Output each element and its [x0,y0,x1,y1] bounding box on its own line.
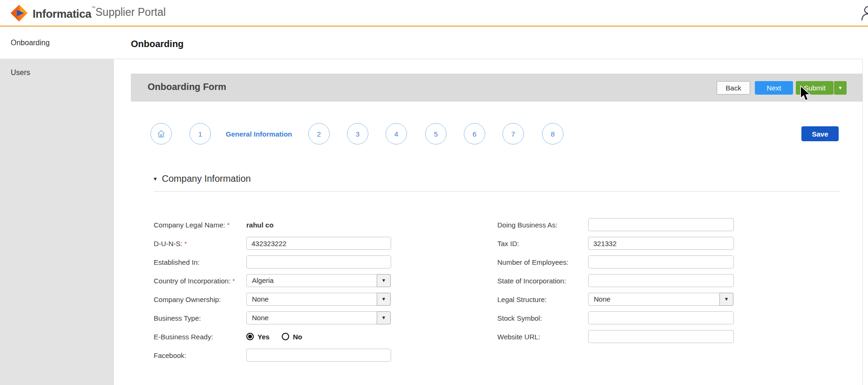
sidebar-item-onboarding[interactable]: Onboarding [0,27,114,59]
dropdown-value[interactable]: None [246,311,377,324]
field-label: Doing Business As: [497,221,588,229]
chevron-down-icon: ▼ [381,297,386,302]
brand-name: Informatica™ [33,6,95,21]
business-type-dropdown: None ▼ [246,311,391,324]
user-account-icon[interactable] [861,5,868,21]
established-in-input[interactable] [246,255,391,268]
field-established-in: Established In: [154,255,392,268]
radio-yes[interactable] [246,333,254,340]
dropdown-value[interactable]: None [588,293,720,306]
dropdown-value[interactable]: None [246,293,377,306]
field-company-legal-name: Company Legal Name:* rahul co [154,218,392,231]
main-content: Onboarding Onboarding Form Back Next Sub… [114,27,868,385]
wizard-step-5[interactable]: 5 [425,123,447,144]
field-label: Facebook: [154,351,246,359]
chevron-down-icon: ▼ [724,297,729,302]
field-label: Stock Symbol: [497,314,588,322]
save-button[interactable]: Save [801,126,839,141]
field-legal-structure: Legal Structure: None ▼ [497,293,734,306]
radio-selected-dot [248,335,252,338]
field-label: Legal Structure: [497,296,588,303]
field-label: Business Type: [154,314,246,322]
field-label: D-U-N-S:* [154,240,246,248]
wizard-home-step[interactable] [150,123,172,144]
informatica-logo-icon [10,4,28,22]
radio-no-label: No [293,333,302,341]
sidebar-item-users[interactable]: Users [0,59,114,87]
duns-input[interactable] [246,237,391,250]
sidebar-item-label: Onboarding [11,39,50,47]
required-asterisk: * [232,277,235,285]
title-divider [114,59,862,59]
field-label: State of Incorporation: [497,277,588,285]
field-label: E-Business Ready: [154,333,246,341]
field-label: Established In: [154,258,246,266]
sidebar-item-label: Users [11,69,30,77]
home-icon [156,129,166,138]
doing-business-as-input[interactable] [588,218,734,231]
radio-yes-label: Yes [258,333,270,341]
field-number-of-employees: Number of Employees: [497,255,734,268]
wizard-step-6[interactable]: 6 [464,123,485,144]
form-column-left: Company Legal Name:* rahul co D-U-N-S:* … [154,218,392,367]
country-of-incorporation-dropdown: Algeria ▼ [246,274,391,287]
field-company-ownership: Company Ownership: None ▼ [154,293,392,306]
section-divider [154,191,840,192]
field-doing-business-as: Doing Business As: [497,218,734,231]
chevron-down-icon: ▼ [381,278,386,283]
field-website-url: Website URL: [497,330,734,343]
field-label: Number of Employees: [497,258,588,266]
dropdown-value[interactable]: Algeria [246,274,377,287]
field-label: Website URL: [497,333,588,341]
field-label: Company Ownership: [154,296,246,303]
wizard-step-8[interactable]: 8 [542,123,563,144]
page-title: Onboarding [131,39,183,49]
dropdown-arrow-button[interactable]: ▼ [377,311,391,324]
tax-id-input[interactable] [588,237,734,250]
field-label: Company Legal Name:* [154,221,246,229]
app-header: Informatica™ Supplier Portal [0,0,868,27]
required-asterisk: * [184,240,187,248]
wizard-step-7[interactable]: 7 [502,123,524,144]
wizard-step-1[interactable]: 1 [190,123,211,144]
company-ownership-dropdown: None ▼ [246,293,391,306]
field-duns: D-U-N-S:* [154,237,392,250]
facebook-input[interactable] [246,349,391,362]
submit-dropdown-arrow-button[interactable]: ▼ [834,81,847,95]
onboarding-form-panel-header: Onboarding Form Back Next Submit ▼ [131,74,862,102]
collapse-triangle-icon[interactable]: ▾ [154,176,157,182]
wizard-current-step-label[interactable]: General Information [222,130,296,138]
legal-structure-dropdown: None ▼ [588,293,733,306]
field-label: Tax ID: [497,240,588,248]
form-column-right: Doing Business As: Tax ID: Number of Emp… [497,218,734,349]
company-information-section-header: ▾ Company Information [154,173,251,184]
content-right-edge [862,59,863,385]
field-label: Country of Incorporation:* [154,277,246,285]
submit-button[interactable]: Submit [796,81,834,95]
required-asterisk: * [227,221,230,229]
field-state-of-incorporation: State of Incorporation: [497,274,734,287]
field-country-of-incorporation: Country of Incorporation:* Algeria ▼ [154,274,392,287]
back-button[interactable]: Back [717,81,750,95]
state-of-incorporation-input[interactable] [588,274,734,287]
trademark-mark: ™ [91,6,95,10]
field-e-business-ready: E-Business Ready: Yes No [154,330,392,343]
field-business-type: Business Type: None ▼ [154,311,392,324]
dropdown-arrow-button[interactable]: ▼ [719,293,733,306]
wizard-step-3[interactable]: 3 [347,123,368,144]
section-title: Company Information [162,173,251,184]
number-of-employees-input[interactable] [588,255,734,268]
field-tax-id: Tax ID: [497,237,734,250]
wizard-step-2[interactable]: 2 [308,123,330,144]
sidebar: Onboarding Users [0,27,114,385]
next-button[interactable]: Next [755,81,793,95]
stock-symbol-input[interactable] [588,311,734,324]
dropdown-arrow-button[interactable]: ▼ [377,274,391,287]
wizard-step-4[interactable]: 4 [386,123,407,144]
field-facebook: Facebook: [154,349,392,362]
supplier-portal-app: Informatica™ Supplier Portal Onboarding … [0,0,868,385]
field-stock-symbol: Stock Symbol: [497,311,734,324]
website-url-input[interactable] [588,330,734,343]
dropdown-arrow-button[interactable]: ▼ [377,293,391,306]
radio-no[interactable] [282,333,289,340]
